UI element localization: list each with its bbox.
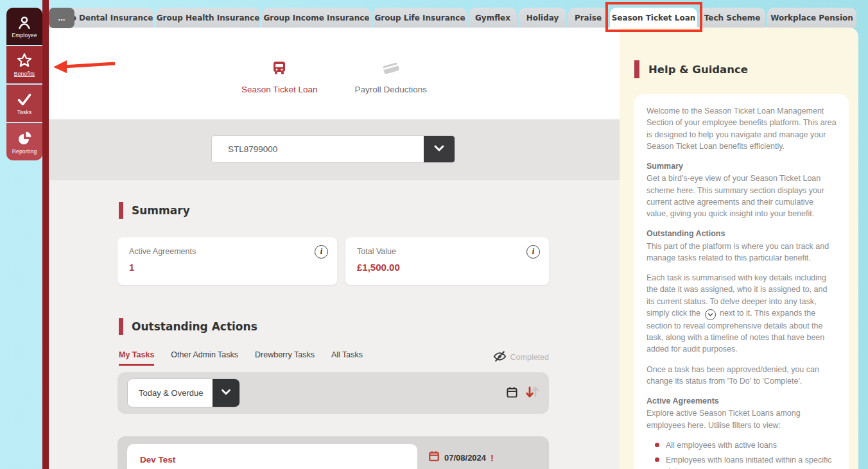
chevron-down-icon <box>432 141 446 157</box>
benefit-tabbar: Group Dental Insurance Group Health Insu… <box>49 8 856 28</box>
sidebar-item-benefits[interactable]: Benefits <box>6 46 42 83</box>
heading-accent-bar <box>119 202 123 219</box>
sidebar-accent-strip <box>42 0 49 469</box>
section-title: Outstanding Actions <box>132 320 257 333</box>
app-screen: Employee Benefits Tasks Reporting Group … <box>0 0 868 469</box>
help-title: Help & Guidance <box>648 64 748 76</box>
help-bullet-list: All employees with active loans Employee… <box>647 439 837 469</box>
help-panel: Help & Guidance Welcome to the Season Ti… <box>620 27 858 469</box>
due-date-text: 07/08/2024 <box>444 453 486 463</box>
scheme-select-band: STL8799000 <box>49 119 620 180</box>
benefit-subtabs: Season Ticket Loan Payroll Deductions <box>49 28 620 119</box>
task-filter-bar: Today & Overdue <box>117 372 549 414</box>
subtab-payroll-deductions[interactable]: Payroll Deductions <box>355 60 428 94</box>
main-content: Season Ticket Loan Payroll Deductions ST… <box>49 28 620 469</box>
pie-chart-icon <box>16 130 33 146</box>
sort-arrows-icon[interactable] <box>525 384 540 403</box>
help-active-title: Active Agreements <box>647 395 837 407</box>
scheme-select-chevron-button[interactable] <box>424 136 455 162</box>
total-value-card: Total Value £1,500.00 i <box>345 237 549 285</box>
tab-season-ticket-loan[interactable]: Season Ticket Loan <box>610 8 697 28</box>
person-icon <box>16 15 33 30</box>
tab-overflow-button[interactable]: ... <box>49 8 74 28</box>
tab-group-health-insurance[interactable]: Group Health Insurance <box>156 8 260 28</box>
task-card[interactable]: Dev Test <box>127 444 417 469</box>
due-filter-chevron-button[interactable] <box>213 379 239 407</box>
bus-icon <box>271 60 288 78</box>
heading-accent-bar <box>634 60 639 78</box>
overdue-exclamation-icon: ! <box>490 452 494 463</box>
task-list-item: Dev Test 07/08/2024 ! <box>117 436 549 469</box>
help-bullet: Employees with loans initiated within a … <box>666 454 837 469</box>
tab-my-tasks[interactable]: My Tasks <box>119 350 154 366</box>
outstanding-actions-heading: Outstanding Actions <box>119 318 257 335</box>
help-summary-body: Get a bird's-eye view of your Season Tic… <box>647 173 837 219</box>
sidebar-item-reporting[interactable]: Reporting <box>6 123 42 160</box>
help-outstanding-body: This part of the platform is where you c… <box>647 241 837 264</box>
active-agreements-card: Active Agreements 1 i <box>117 237 337 285</box>
scheme-select[interactable]: STL8799000 <box>212 136 455 162</box>
help-task-detail: Each task is summarised with key details… <box>647 272 837 355</box>
tab-group-income-insurance[interactable]: Group Income Insurance <box>262 8 371 28</box>
tab-all-tasks[interactable]: All Tasks <box>331 350 363 364</box>
star-icon <box>16 53 33 69</box>
tab-workplace-pension[interactable]: Workplace Pension <box>767 8 856 28</box>
stat-value: £1,500.00 <box>357 262 537 273</box>
subtab-season-ticket-loan[interactable]: Season Ticket Loan <box>241 60 318 94</box>
task-filter-tabs: My Tasks Other Admin Tasks Drewberry Tas… <box>119 350 549 366</box>
section-title: Summary <box>132 204 190 217</box>
task-due-date: 07/08/2024 ! <box>428 450 494 465</box>
help-summary-title: Summary <box>647 160 837 172</box>
tab-drewberry-tasks[interactable]: Drewberry Tasks <box>255 350 315 364</box>
summary-section-heading: Summary <box>119 202 190 219</box>
sidebar-item-label: Benefits <box>14 71 35 77</box>
help-bullet: All employees with active loans <box>666 439 837 451</box>
help-status-note: Once a task has been approved/denied, yo… <box>647 364 837 388</box>
help-intro: Welcome to the Season Ticket Loan Manage… <box>647 105 837 152</box>
stat-label: Active Agreements <box>129 247 326 256</box>
info-icon[interactable]: i <box>526 245 540 259</box>
due-filter-value: Today & Overdue <box>128 379 213 407</box>
tab-other-admin-tasks[interactable]: Other Admin Tasks <box>171 350 238 364</box>
check-icon <box>16 92 33 107</box>
eye-slash-icon <box>493 350 507 364</box>
help-heading: Help & Guidance <box>634 60 748 78</box>
chevron-circle-icon <box>705 309 716 320</box>
info-icon[interactable]: i <box>315 245 328 259</box>
tab-praise[interactable]: Praise <box>568 8 608 28</box>
help-outstanding-title: Outstanding Actions <box>647 228 837 239</box>
tab-holiday[interactable]: Holiday <box>519 8 566 28</box>
due-filter-select[interactable]: Today & Overdue <box>127 379 240 407</box>
payroll-card-icon <box>381 60 401 78</box>
heading-accent-bar <box>119 318 123 335</box>
chevron-down-icon <box>220 386 232 400</box>
sidebar-item-label: Reporting <box>12 148 37 155</box>
tab-group-life-insurance[interactable]: Group Life Insurance <box>373 8 467 28</box>
task-title: Dev Test <box>127 444 417 465</box>
sidebar-nav: Employee Benefits Tasks Reporting <box>6 8 42 160</box>
stat-label: Total Value <box>357 247 537 256</box>
stat-value: 1 <box>129 262 326 273</box>
completed-toggle[interactable]: Completed <box>493 350 549 364</box>
sidebar-item-label: Tasks <box>17 109 32 115</box>
help-active-body: Explore active Season Ticket Loans among… <box>647 407 837 431</box>
help-content-card: Welcome to the Season Ticket Loan Manage… <box>634 94 849 469</box>
completed-label: Completed <box>510 353 549 362</box>
sidebar-item-employee[interactable]: Employee <box>6 8 42 45</box>
tab-tech-scheme[interactable]: Tech Scheme <box>699 8 765 28</box>
tab-gymflex[interactable]: Gymflex <box>469 8 517 28</box>
sidebar-item-label: Employee <box>12 32 37 38</box>
scheme-select-value: STL8799000 <box>212 136 424 162</box>
calendar-icon <box>428 450 440 465</box>
calendar-icon[interactable] <box>506 386 518 401</box>
sidebar-item-tasks[interactable]: Tasks <box>6 85 42 122</box>
